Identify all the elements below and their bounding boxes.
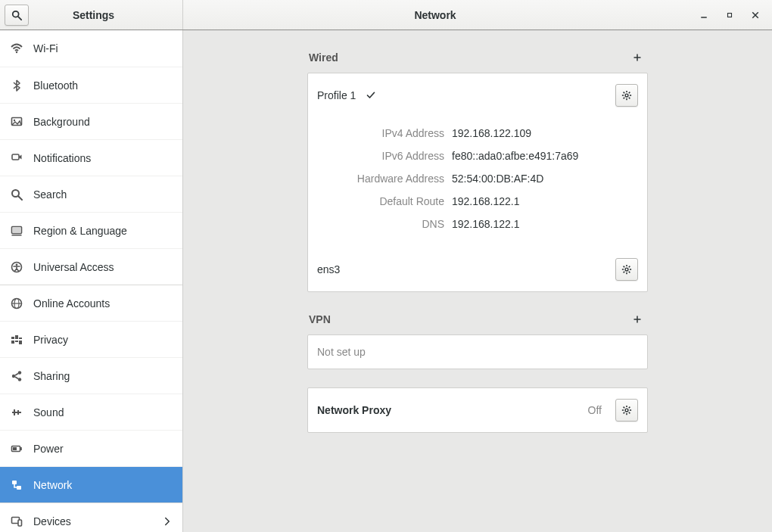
minimize-icon bbox=[699, 11, 708, 20]
online-icon bbox=[11, 297, 23, 310]
sidebar-item-bluetooth[interactable]: Bluetooth bbox=[0, 67, 182, 103]
add-wired-button[interactable] bbox=[628, 48, 646, 67]
sidebar-item-label: Sharing bbox=[33, 370, 70, 382]
sidebar-item-online-accounts[interactable]: Online Accounts bbox=[0, 285, 182, 321]
detail-label: IPv4 Address bbox=[317, 127, 452, 139]
sidebar-item-devices[interactable]: Devices bbox=[0, 502, 182, 532]
check-icon bbox=[366, 91, 375, 100]
sidebar-item-network[interactable]: Network bbox=[0, 466, 182, 502]
wired-profile-settings-button[interactable] bbox=[615, 84, 638, 107]
wired-card: Profile 1 IPv4 Address192.168.122.109IPv… bbox=[307, 73, 648, 292]
sidebar-item-universal-access[interactable]: Universal Access bbox=[0, 248, 182, 285]
detail-label: Default Route bbox=[317, 195, 452, 207]
vpn-empty-row: Not set up bbox=[308, 335, 647, 369]
proxy-card: Network Proxy Off bbox=[307, 387, 648, 433]
sidebar-item-background[interactable]: Background bbox=[0, 103, 182, 139]
window-controls bbox=[687, 9, 772, 21]
proxy-settings-button[interactable] bbox=[615, 399, 638, 422]
wired-iface-row[interactable]: ens3 bbox=[308, 247, 647, 291]
proxy-section: Network Proxy Off bbox=[307, 387, 648, 433]
sidebar-title: Settings bbox=[29, 9, 182, 21]
wired-details: IPv4 Address192.168.122.109IPv6 Addressf… bbox=[308, 117, 647, 247]
detail-value: 192.168.122.1 bbox=[452, 218, 638, 230]
sidebar-item-sharing[interactable]: Sharing bbox=[0, 357, 182, 394]
sidebar-item-wi-fi[interactable]: Wi-Fi bbox=[0, 30, 182, 67]
sidebar-item-label: Search bbox=[33, 188, 67, 201]
sidebar-item-label: Notifications bbox=[33, 152, 91, 164]
wired-profile-name: Profile 1 bbox=[317, 89, 356, 101]
content-pane: Wired Profile 1 IPv4 Address192.168.122.… bbox=[183, 30, 772, 532]
plus-icon bbox=[633, 53, 642, 62]
wired-section: Wired Profile 1 IPv4 Address192.168.122.… bbox=[307, 30, 648, 292]
chevron-right-icon bbox=[163, 517, 172, 526]
detail-value: 192.168.122.1 bbox=[452, 195, 638, 207]
sidebar-item-label: Background bbox=[33, 116, 90, 128]
close-button[interactable] bbox=[749, 9, 761, 21]
detail-row: Hardware Address52:54:00:DB:AF:4D bbox=[317, 167, 638, 190]
vpn-section: VPN Not set up bbox=[307, 292, 648, 369]
add-vpn-button[interactable] bbox=[628, 310, 646, 328]
maximize-icon bbox=[726, 11, 733, 19]
titlebar-left: Settings bbox=[0, 0, 183, 30]
detail-label: IPv6 Address bbox=[317, 150, 452, 162]
titlebar: Settings Network bbox=[0, 0, 772, 30]
sidebar-item-label: Universal Access bbox=[33, 261, 114, 273]
detail-row: DNS192.168.122.1 bbox=[317, 213, 638, 235]
sidebar-item-power[interactable]: Power bbox=[0, 430, 182, 466]
sidebar-item-search[interactable]: Search bbox=[0, 176, 182, 212]
wired-iface-settings-button[interactable] bbox=[615, 258, 638, 281]
maximize-button[interactable] bbox=[724, 9, 736, 21]
gear-icon bbox=[621, 90, 632, 101]
page-title: Network bbox=[183, 9, 687, 21]
search-button[interactable] bbox=[5, 5, 29, 26]
search-icon bbox=[11, 188, 23, 201]
gear-icon bbox=[621, 264, 632, 275]
sidebar-item-label: Privacy bbox=[33, 334, 68, 346]
proxy-title: Network Proxy bbox=[317, 404, 391, 416]
wifi-icon bbox=[11, 42, 23, 54]
detail-row: Default Route192.168.122.1 bbox=[317, 190, 638, 213]
detail-value: 192.168.122.109 bbox=[452, 127, 638, 139]
detail-label: DNS bbox=[317, 218, 452, 230]
sidebar-item-label: Network bbox=[33, 479, 72, 491]
proxy-row[interactable]: Network Proxy Off bbox=[308, 388, 647, 432]
wired-title: Wired bbox=[309, 51, 338, 64]
sidebar-item-sound[interactable]: Sound bbox=[0, 394, 182, 430]
wired-header: Wired bbox=[307, 30, 648, 73]
sidebar-item-label: Bluetooth bbox=[33, 79, 78, 92]
sidebar-item-label: Devices bbox=[33, 515, 71, 527]
sidebar-item-label: Online Accounts bbox=[33, 297, 110, 310]
vpn-card: Not set up bbox=[307, 334, 648, 369]
power-icon bbox=[11, 443, 23, 455]
wired-iface-name: ens3 bbox=[317, 263, 340, 275]
vpn-title: VPN bbox=[309, 313, 331, 325]
vpn-header: VPN bbox=[307, 292, 648, 334]
universal-icon bbox=[11, 261, 23, 273]
plus-icon bbox=[633, 315, 642, 324]
sidebar-item-label: Region & Language bbox=[33, 225, 127, 237]
sidebar-item-privacy[interactable]: Privacy bbox=[0, 321, 182, 357]
detail-row: IPv4 Address192.168.122.109 bbox=[317, 122, 638, 145]
sharing-icon bbox=[11, 370, 23, 382]
detail-value: 52:54:00:DB:AF:4D bbox=[452, 173, 638, 185]
sidebar-item-label: Wi-Fi bbox=[33, 42, 58, 54]
detail-label: Hardware Address bbox=[317, 173, 452, 185]
notifications-icon bbox=[11, 152, 23, 164]
sidebar-item-notifications[interactable]: Notifications bbox=[0, 139, 182, 176]
sound-icon bbox=[11, 406, 23, 418]
proxy-status: Off bbox=[588, 404, 608, 416]
background-icon bbox=[11, 116, 23, 128]
wired-profile-row[interactable]: Profile 1 bbox=[308, 73, 647, 117]
close-icon bbox=[751, 11, 760, 20]
vpn-empty-text: Not set up bbox=[317, 346, 366, 358]
sidebar: Wi-FiBluetoothBackgroundNotificationsSea… bbox=[0, 30, 183, 532]
gear-icon bbox=[621, 405, 632, 415]
search-icon bbox=[11, 10, 22, 20]
bluetooth-icon bbox=[11, 79, 23, 92]
detail-value: fe80::ada0:afbe:e491:7a69 bbox=[452, 150, 638, 162]
sidebar-item-region-language[interactable]: Region & Language bbox=[0, 212, 182, 248]
region-icon bbox=[11, 225, 23, 237]
minimize-button[interactable] bbox=[698, 9, 710, 21]
network-icon bbox=[11, 479, 23, 491]
sidebar-item-label: Power bbox=[33, 443, 64, 455]
